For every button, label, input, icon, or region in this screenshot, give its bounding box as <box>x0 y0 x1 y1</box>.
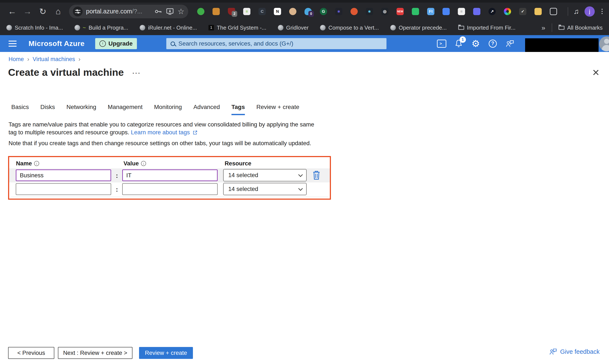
give-feedback-link[interactable]: Give feedback <box>549 348 600 355</box>
cloud-shell-button[interactable]: >_ <box>437 39 446 48</box>
tab-basics[interactable]: Basics <box>11 104 29 115</box>
tab-management[interactable]: Management <box>108 104 143 115</box>
dark-arrow-extension-icon[interactable]: ↗ <box>489 8 496 15</box>
tab-advanced[interactable]: Advanced <box>193 104 220 115</box>
yellow-folder-extension-icon[interactable] <box>534 8 542 15</box>
bookmarks-overflow-chevron[interactable]: » <box>542 24 545 32</box>
bookmark-item[interactable]: ~Build a Progra... <box>75 25 128 31</box>
breadcrumb-separator: › <box>27 56 29 63</box>
target-rings-extension-icon[interactable]: ◎ <box>381 8 388 15</box>
home-button[interactable]: ⌂ <box>53 7 63 16</box>
grammarly-extension-icon[interactable]: G <box>320 8 327 15</box>
tab-review-create[interactable]: Review + create <box>256 104 299 115</box>
resource-select-0-label: 14 selected <box>228 172 258 179</box>
tag-name-input-0[interactable] <box>16 169 111 181</box>
ghostery-badge: 0 <box>308 11 314 17</box>
bookmarks-list: Scratch Info - Ima...~Build a Progra...i… <box>6 25 516 31</box>
bookmark-star-icon[interactable]: ☆ <box>178 7 185 16</box>
extensions-puzzle-extension-icon[interactable] <box>550 8 557 15</box>
ghostery-extension-icon[interactable]: 0 <box>304 8 312 15</box>
password-key-icon[interactable] <box>154 7 162 16</box>
globe-favicon <box>75 25 80 30</box>
tag-value-input-0[interactable] <box>122 169 218 181</box>
portal-menu-hamburger-icon[interactable] <box>9 41 17 47</box>
feedback-button[interactable] <box>505 39 515 48</box>
bookmark-item[interactable]: Gridlover <box>278 25 308 31</box>
redacted-account-name <box>525 38 598 52</box>
todo-check-extension-icon[interactable]: ✓ <box>519 8 526 15</box>
review-create-button[interactable]: Review + create <box>139 347 193 359</box>
persona-face-extension-icon[interactable] <box>289 8 296 15</box>
next-button[interactable]: Next : Review + create > <box>58 347 132 359</box>
tab-tags[interactable]: Tags <box>231 104 245 115</box>
bookmark-item[interactable]: Scratch Info - Ima... <box>6 25 63 31</box>
delete-tag-button[interactable] <box>312 170 321 181</box>
settings-button[interactable]: ⚙ <box>471 38 480 49</box>
notes-list-extension-icon[interactable]: ≡ <box>243 8 251 15</box>
breadcrumb-home-link[interactable]: Home <box>9 56 24 63</box>
tab-monitoring[interactable]: Monitoring <box>154 104 182 115</box>
bookmark-item[interactable]: 1The Grid System -... <box>209 25 266 31</box>
previous-button[interactable]: < Previous <box>8 347 54 359</box>
bookmark-label: iRuler.net - Online... <box>148 25 197 31</box>
notification-badge: 1 <box>460 36 466 43</box>
info-icon[interactable]: i <box>34 161 39 166</box>
bookmark-label: The Grid System -... <box>217 25 266 31</box>
resource-select-1-label: 14 selected <box>228 186 258 193</box>
bookmark-item[interactable]: iRuler.net - Online... <box>140 25 197 31</box>
global-search[interactable] <box>166 38 386 49</box>
browser-profile-avatar[interactable]: j <box>584 6 595 17</box>
ublock-extension-icon[interactable]: 2 <box>228 8 235 15</box>
forward-button[interactable]: → <box>23 7 32 16</box>
person-feedback-icon <box>549 348 557 355</box>
notion-extension-icon[interactable]: N <box>274 8 281 15</box>
toolbar-divider <box>568 7 568 16</box>
duckduckgo-extension-icon[interactable] <box>350 8 358 15</box>
evernote-extension-icon[interactable] <box>197 8 204 15</box>
bookmark-label: Scratch Info - Ima... <box>15 25 63 31</box>
learn-more-link[interactable]: Learn more about tags <box>131 129 190 136</box>
address-bar[interactable]: portal.azure.com/?... ☆ <box>69 5 188 18</box>
tag-value-input-1[interactable] <box>122 183 218 195</box>
colorzilla-extension-icon[interactable] <box>504 8 511 15</box>
help-button[interactable]: ? <box>488 39 497 48</box>
breadcrumb-virtual-machines-link[interactable]: Virtual machines <box>33 56 75 63</box>
asterisk-extension-icon[interactable]: ∗ <box>335 8 342 15</box>
bookmarks-bar: Scratch Info - Ima...~Build a Progra...i… <box>0 20 609 35</box>
info-icon[interactable]: i <box>141 161 146 166</box>
bookmark-item[interactable]: Compose to a Vert... <box>320 25 379 31</box>
row-divider <box>11 197 328 197</box>
resource-select-0[interactable]: 14 selected <box>223 169 307 181</box>
new-badge-extension-icon[interactable]: NEW <box>397 8 404 15</box>
back-button[interactable]: ← <box>7 7 17 16</box>
browser-menu-button[interactable] <box>600 9 604 14</box>
reload-button[interactable]: ↻ <box>38 7 48 16</box>
snake-emoji: ~ <box>83 25 86 31</box>
account-avatar[interactable] <box>599 36 609 51</box>
react-extension-icon[interactable]: ∗ <box>366 8 373 15</box>
bookmark-item[interactable]: Operator precede... <box>390 25 447 31</box>
green-figure-extension-icon[interactable] <box>412 8 419 15</box>
clockify-extension-icon[interactable]: C <box>259 8 266 15</box>
upgrade-button[interactable]: ↑ Upgrade <box>95 38 137 49</box>
tab-disks[interactable]: Disks <box>40 104 55 115</box>
phone-extension-icon[interactable] <box>442 8 450 15</box>
tag-name-input-1[interactable] <box>16 183 111 195</box>
close-button[interactable]: × <box>592 66 599 78</box>
install-app-icon[interactable] <box>166 7 174 16</box>
title-more-button[interactable]: ··· <box>132 70 141 77</box>
ocaml-book-extension-icon[interactable] <box>212 8 220 15</box>
fonts-ninja-extension-icon[interactable]: FI <box>427 8 434 15</box>
search-input[interactable] <box>178 40 370 47</box>
notifications-button[interactable]: 1 <box>454 39 463 48</box>
all-bookmarks-button[interactable]: All Bookmarks <box>558 25 603 31</box>
resource-select-1[interactable]: 14 selected <box>223 183 307 195</box>
azure-brand[interactable]: Microsoft Azure <box>28 39 85 48</box>
bookmark-item[interactable]: Imported From Fir... <box>458 25 516 31</box>
document-extension-icon[interactable]: ≡ <box>458 8 465 15</box>
grid-extension-icon[interactable] <box>473 8 480 15</box>
site-info-button[interactable] <box>73 7 83 16</box>
tab-networking[interactable]: Networking <box>66 104 96 115</box>
playlist-icon[interactable]: ♫ <box>574 7 579 15</box>
bookmark-label: Build a Progra... <box>89 25 128 31</box>
